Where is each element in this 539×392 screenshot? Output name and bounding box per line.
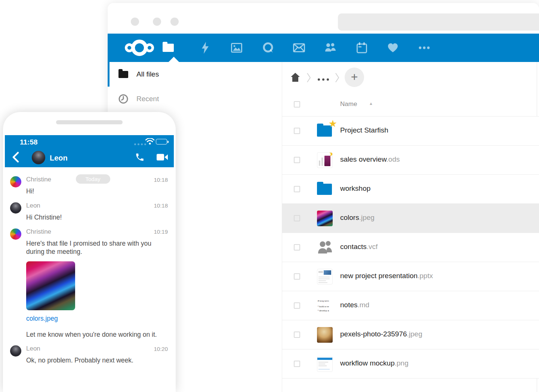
file-row-colors[interactable]: colors.jpeg bbox=[282, 204, 539, 233]
sort-ascending-icon[interactable]: ▲ bbox=[369, 101, 373, 106]
file-name: workflow mockup bbox=[340, 359, 395, 367]
more-apps-icon[interactable] bbox=[413, 34, 435, 62]
calendar-icon bbox=[357, 42, 367, 53]
chat-message: Leon 10:20 Ok, no problem. Probably next… bbox=[5, 339, 174, 365]
thumb-text-line: * develop a bbox=[318, 309, 332, 313]
window-control-1[interactable] bbox=[131, 18, 139, 26]
favorite-star-icon: ★ bbox=[328, 152, 333, 158]
file-row-pexels-photo[interactable]: pexels-photo-235976.jpeg bbox=[282, 320, 539, 349]
message-time: 10:18 bbox=[154, 202, 168, 209]
wifi-icon bbox=[145, 138, 154, 145]
message-text: Ok, no problem. Probably next week. bbox=[26, 356, 159, 365]
calendar-app-icon[interactable] bbox=[351, 34, 373, 62]
message-text: Hi! bbox=[26, 187, 159, 196]
window-control-2[interactable] bbox=[153, 18, 161, 26]
chat-message: Leon 10:18 Hi Christine! bbox=[5, 196, 174, 222]
contact-avatar bbox=[32, 151, 45, 164]
file-list-header: Name ▲ bbox=[282, 93, 539, 116]
row-checkbox[interactable] bbox=[294, 332, 300, 338]
chevron-right-icon bbox=[335, 72, 340, 84]
file-row-notes[interactable]: # long term * build a ne * develop a not… bbox=[282, 291, 539, 320]
avatar bbox=[10, 202, 21, 214]
file-extension: .ods bbox=[386, 155, 400, 163]
file-row-workflow-mockup[interactable]: workflow mockup.png bbox=[282, 349, 539, 379]
phone-screen: 11:58 Leon bbox=[5, 135, 174, 392]
message-time: 10:20 bbox=[154, 346, 168, 352]
plus-icon: + bbox=[351, 71, 358, 83]
message-author: Christine bbox=[26, 228, 51, 236]
row-checkbox[interactable] bbox=[294, 244, 300, 251]
file-extension: .pptx bbox=[418, 272, 433, 280]
spreadsheet-thumbnail: ★ bbox=[317, 152, 333, 168]
file-row-contacts[interactable]: contacts.vcf bbox=[282, 233, 539, 262]
phone-mockup: 11:58 Leon bbox=[3, 112, 176, 392]
clock-icon bbox=[118, 94, 129, 104]
file-row-workshop[interactable]: workshop bbox=[282, 175, 539, 204]
talk-bubble-icon bbox=[262, 42, 274, 53]
activity-app-icon[interactable] bbox=[194, 34, 216, 62]
address-bar[interactable] bbox=[338, 13, 539, 31]
row-checkbox[interactable] bbox=[294, 361, 300, 367]
file-extension: .vcf bbox=[367, 243, 378, 251]
row-checkbox[interactable] bbox=[294, 128, 300, 134]
nextcloud-logo[interactable] bbox=[119, 34, 160, 62]
avatar bbox=[10, 228, 21, 240]
breadcrumb: + bbox=[282, 62, 539, 93]
file-row-presentation[interactable]: new project presentation.pptx bbox=[282, 262, 539, 291]
sidebar-item-label: All files bbox=[136, 70, 159, 78]
file-row-sales-overview[interactable]: ★ sales overview.ods bbox=[282, 146, 539, 175]
sidebar-item-all-files[interactable]: All files bbox=[108, 62, 282, 87]
sidebar-item-recent[interactable]: Recent bbox=[108, 87, 282, 111]
talk-app-icon[interactable] bbox=[257, 34, 279, 62]
nextcloud-top-navbar bbox=[108, 34, 539, 62]
message-author: Leon bbox=[26, 345, 40, 352]
image-attachment[interactable] bbox=[26, 261, 75, 310]
favorites-app-icon[interactable] bbox=[382, 34, 404, 62]
row-checkbox[interactable] bbox=[294, 186, 300, 192]
avatar bbox=[10, 345, 21, 357]
attachment-link[interactable]: colors.jpeg bbox=[26, 315, 168, 323]
mail-app-icon[interactable] bbox=[288, 34, 310, 62]
heart-icon bbox=[388, 43, 398, 53]
contacts-icon bbox=[317, 240, 333, 255]
envelope-icon bbox=[293, 43, 305, 52]
home-icon[interactable] bbox=[290, 72, 300, 82]
message-text: Hi Christine! bbox=[26, 213, 159, 222]
row-checkbox[interactable] bbox=[294, 273, 300, 280]
phone-call-icon[interactable] bbox=[135, 152, 145, 162]
message-author: Leon bbox=[26, 202, 40, 209]
chat-message: Christine Today 10:18 Hi! bbox=[5, 169, 174, 196]
add-new-button[interactable]: + bbox=[345, 68, 364, 87]
back-chevron-icon[interactable] bbox=[12, 152, 20, 163]
name-column-header[interactable]: Name bbox=[340, 100, 357, 108]
file-name: contacts bbox=[340, 243, 367, 251]
chevron-right-icon bbox=[306, 72, 311, 84]
markdown-thumbnail: # long term * build a ne * develop a bbox=[317, 298, 333, 314]
breadcrumb-more-icon[interactable] bbox=[318, 78, 329, 81]
file-name: new project presentation bbox=[340, 272, 418, 280]
select-all-checkbox[interactable] bbox=[294, 101, 300, 108]
presentation-thumbnail bbox=[317, 269, 333, 284]
row-checkbox[interactable] bbox=[294, 302, 300, 309]
contacts-app-icon[interactable] bbox=[319, 34, 342, 62]
signal-dots-icon bbox=[134, 143, 146, 145]
date-badge: Today bbox=[76, 174, 110, 184]
file-name: notes bbox=[340, 301, 357, 309]
file-row-project-starfish[interactable]: ★ Project Starfish bbox=[282, 116, 539, 146]
contact-name: Leon bbox=[50, 154, 68, 162]
window-control-3[interactable] bbox=[170, 18, 179, 26]
video-call-icon[interactable] bbox=[157, 153, 168, 161]
row-checkbox[interactable] bbox=[294, 215, 300, 221]
ellipsis-icon bbox=[419, 46, 430, 49]
logo-circle-center bbox=[131, 40, 148, 56]
message-time: 10:18 bbox=[154, 177, 168, 183]
row-checkbox[interactable] bbox=[294, 157, 300, 163]
folder-icon bbox=[317, 181, 333, 197]
chat-message: Christine 10:19 Here's that file I promi… bbox=[5, 222, 174, 339]
photos-app-icon[interactable] bbox=[225, 34, 248, 62]
message-author: Christine bbox=[26, 176, 51, 183]
image-thumbnail bbox=[317, 327, 333, 343]
file-extension: .jpeg bbox=[359, 214, 375, 221]
sidebar-item-label: Recent bbox=[136, 95, 159, 103]
browser-titlebar bbox=[108, 3, 539, 34]
